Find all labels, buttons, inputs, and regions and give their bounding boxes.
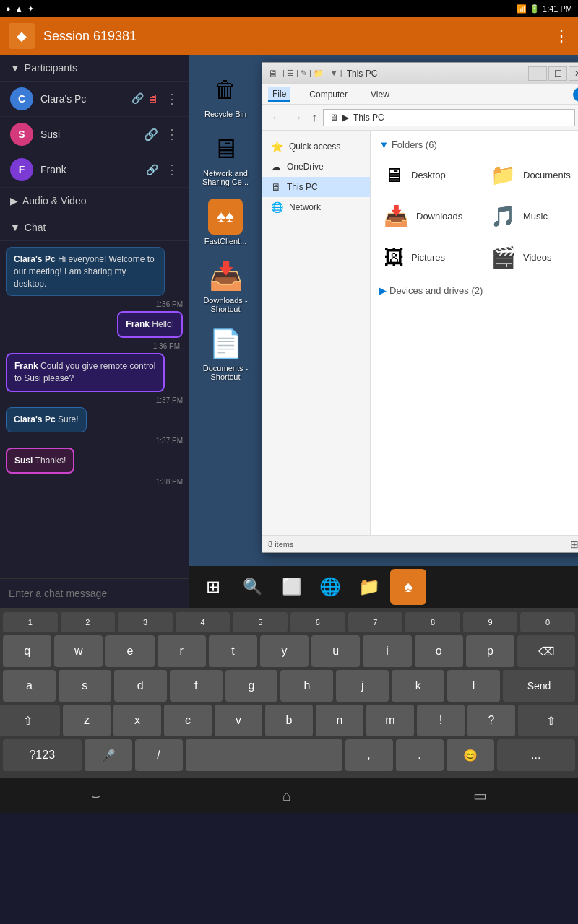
key-v[interactable]: v [215,705,262,736]
chrome-button[interactable]: 🌐 [312,569,348,605]
key-shift-right[interactable]: ⇧ [518,705,578,736]
key-mic[interactable]: 🎤 [85,739,132,771]
folder-pictures[interactable]: 🖼 Pictures [379,241,478,274]
key-a[interactable]: a [3,670,56,702]
key-7[interactable]: 7 [348,612,403,632]
key-period[interactable]: . [396,739,444,771]
key-question[interactable]: ? [467,705,515,736]
nav-this-pc[interactable]: 🖥 This PC [262,177,370,197]
key-5[interactable]: 5 [233,612,288,632]
key-emoji[interactable]: 😊 [447,739,494,771]
key-shift[interactable]: ⇧ [0,705,60,736]
key-o[interactable]: o [415,635,463,667]
participant-icons-susi: 🔗 [144,128,158,141]
key-q[interactable]: q [3,635,51,667]
participants-header[interactable]: ▼ Participants [0,55,189,82]
help-button[interactable]: ? [573,87,578,102]
key-n[interactable]: n [316,705,363,736]
minimize-button[interactable]: — [528,66,547,81]
key-space[interactable] [186,739,342,771]
key-b[interactable]: b [265,705,313,736]
folder-desktop[interactable]: 🖥 Desktop [379,159,478,191]
key-z[interactable]: z [63,705,111,736]
desktop-icon-network[interactable]: 🖥 Network and Sharing Ce... [197,128,254,189]
task-view-button[interactable]: ⬜ [273,569,309,605]
view-large-icon[interactable]: ⊞ [570,539,578,550]
key-k[interactable]: k [392,670,444,702]
key-e[interactable]: e [105,635,154,667]
nav-network[interactable]: 🌐 Network [262,197,370,217]
key-g[interactable]: g [225,670,278,702]
view-icons: ⊞ ≡ [570,539,578,550]
android-home-button[interactable]: ⌂ [282,788,291,804]
key-x[interactable]: x [113,705,161,736]
key-m[interactable]: m [366,705,414,736]
key-f[interactable]: f [170,670,223,702]
folder-music[interactable]: 🎵 Music [486,200,578,232]
folder-documents[interactable]: 📁 Documents [486,159,578,191]
menu-file[interactable]: File [268,87,290,102]
search-button[interactable]: 🔍 [234,569,270,605]
key-t[interactable]: t [209,635,257,667]
key-i[interactable]: i [363,635,411,667]
key-y[interactable]: y [260,635,309,667]
key-excl[interactable]: ! [417,705,465,736]
chat-input[interactable] [0,579,189,608]
key-send[interactable]: Send [503,670,575,702]
desktop-icon-fastclient[interactable]: ♠♠ FastClient... [197,196,254,248]
key-0[interactable]: 0 [520,612,575,632]
close-button[interactable]: ✕ [569,66,578,81]
key-u[interactable]: u [311,635,360,667]
address-bar[interactable]: 🖥 ▶ This PC [323,109,575,126]
key-h[interactable]: h [280,670,333,702]
key-6[interactable]: 6 [290,612,345,632]
documents-folder-name: Documents [523,170,571,180]
remote-button[interactable]: ♠ [390,569,426,605]
forward-button[interactable]: → [288,110,306,126]
key-2[interactable]: 2 [61,612,116,632]
chat-time-5: 1:38 PM [6,478,183,486]
key-slash[interactable]: / [135,739,183,771]
desktop-icon-recycle-bin[interactable]: 🗑 Recycle Bin [197,69,254,121]
key-l[interactable]: l [447,670,500,702]
android-back-button[interactable]: ⌣ [91,788,100,804]
key-comma[interactable]: , [345,739,393,771]
desktop-icon-downloads-shortcut[interactable]: 📥 Downloads - Shortcut [197,256,254,316]
folder-downloads[interactable]: 📥 Downloads [379,200,478,232]
key-4[interactable]: 4 [176,612,230,632]
key-p[interactable]: p [466,635,514,667]
menu-computer[interactable]: Computer [305,88,352,101]
key-d[interactable]: d [114,670,167,702]
participant-more-susi[interactable]: ⋮ [165,126,178,142]
start-button[interactable]: ⊞ [195,569,231,605]
nav-quick-access[interactable]: ⭐ Quick access [262,136,370,157]
folder-videos[interactable]: 🎬 Videos [486,241,578,274]
key-1[interactable]: 1 [3,612,58,632]
key-c[interactable]: c [164,705,212,736]
key-s[interactable]: s [59,670,111,702]
participant-more-clara[interactable]: ⋮ [165,91,178,107]
nav-one-drive[interactable]: ☁ OneDrive [262,157,370,177]
up-button[interactable]: ↑ [309,110,320,126]
key-sym[interactable]: ?123 [3,739,82,771]
key-9[interactable]: 9 [463,612,518,632]
key-r[interactable]: r [158,635,206,667]
android-recents-button[interactable]: ▭ [473,787,487,804]
avatar-susi: S [10,123,33,146]
app-menu-button[interactable]: ⋮ [553,27,569,45]
key-w[interactable]: w [54,635,103,667]
desktop-icon-documents-shortcut[interactable]: 📄 Documents - Shortcut [197,323,254,384]
back-button[interactable]: ← [268,110,285,126]
devices-header[interactable]: ▶ Devices and drives (2) [379,285,578,296]
key-backspace[interactable]: ⌫ [517,635,575,667]
key-j[interactable]: j [336,670,389,702]
key-3[interactable]: 3 [118,612,173,632]
key-more[interactable]: ... [497,739,576,771]
menu-view[interactable]: View [366,88,394,101]
participant-more-frank[interactable]: ⋮ [165,162,178,178]
audio-video-header[interactable]: ▶ Audio & Video [0,188,189,214]
files-button[interactable]: 📁 [351,569,387,605]
chat-header[interactable]: ▼ Chat [0,214,189,241]
key-8[interactable]: 8 [405,612,460,632]
maximize-button[interactable]: ☐ [548,66,567,81]
